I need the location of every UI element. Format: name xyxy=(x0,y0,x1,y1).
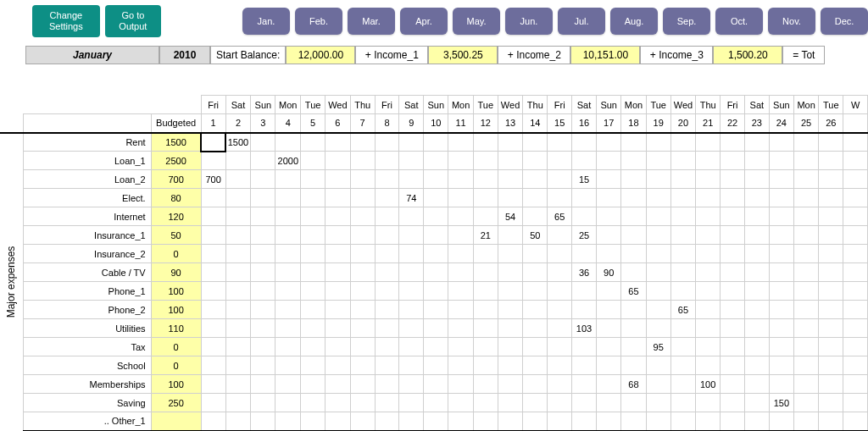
data-cell[interactable] xyxy=(251,301,275,319)
data-cell[interactable] xyxy=(448,226,473,245)
data-cell[interactable] xyxy=(646,245,670,263)
data-cell[interactable] xyxy=(326,319,350,338)
data-cell[interactable] xyxy=(399,375,424,394)
data-cell[interactable] xyxy=(473,282,498,301)
data-cell[interactable] xyxy=(548,394,572,412)
data-cell[interactable] xyxy=(769,412,793,431)
data-cell[interactable] xyxy=(597,394,621,412)
data-cell[interactable] xyxy=(670,282,695,301)
data-cell[interactable] xyxy=(301,226,326,245)
data-cell[interactable] xyxy=(350,263,375,282)
data-cell[interactable] xyxy=(251,226,275,245)
data-cell[interactable] xyxy=(843,338,868,356)
data-cell[interactable] xyxy=(819,170,843,189)
data-cell[interactable] xyxy=(670,207,695,226)
budget-cell[interactable]: 0 xyxy=(151,245,201,263)
data-cell[interactable] xyxy=(744,170,769,189)
data-cell[interactable] xyxy=(201,412,225,431)
data-cell[interactable] xyxy=(275,356,301,375)
data-cell[interactable] xyxy=(375,375,399,394)
data-cell[interactable] xyxy=(621,207,646,226)
data-cell[interactable] xyxy=(399,338,424,356)
data-cell[interactable] xyxy=(793,412,818,431)
data-cell[interactable] xyxy=(498,170,522,189)
data-cell[interactable] xyxy=(424,152,448,170)
data-cell[interactable] xyxy=(424,189,448,207)
data-cell[interactable] xyxy=(819,282,843,301)
data-cell[interactable] xyxy=(301,356,326,375)
data-cell[interactable] xyxy=(251,282,275,301)
data-cell[interactable] xyxy=(201,133,225,152)
data-cell[interactable] xyxy=(375,189,399,207)
data-cell[interactable] xyxy=(498,133,522,152)
data-cell[interactable] xyxy=(819,319,843,338)
data-cell[interactable] xyxy=(597,207,621,226)
data-cell[interactable] xyxy=(225,207,251,226)
data-cell[interactable] xyxy=(448,319,473,338)
data-cell[interactable] xyxy=(399,152,424,170)
month-button-oct[interactable]: Oct. xyxy=(715,8,763,35)
data-cell[interactable] xyxy=(275,301,301,319)
data-cell[interactable] xyxy=(225,412,251,431)
data-cell[interactable] xyxy=(548,338,572,356)
data-cell[interactable] xyxy=(225,263,251,282)
data-cell[interactable] xyxy=(597,319,621,338)
data-cell[interactable] xyxy=(621,301,646,319)
data-cell[interactable] xyxy=(597,375,621,394)
data-cell[interactable] xyxy=(424,412,448,431)
data-cell[interactable] xyxy=(523,338,548,356)
data-cell[interactable] xyxy=(621,152,646,170)
data-cell[interactable] xyxy=(301,189,326,207)
data-cell[interactable] xyxy=(646,170,670,189)
budget-cell[interactable]: 100 xyxy=(151,282,201,301)
data-cell[interactable] xyxy=(819,189,843,207)
data-cell[interactable] xyxy=(548,356,572,375)
data-cell[interactable] xyxy=(670,375,695,394)
data-cell[interactable] xyxy=(523,245,548,263)
data-cell[interactable] xyxy=(597,356,621,375)
data-cell[interactable] xyxy=(275,189,301,207)
data-cell[interactable] xyxy=(769,301,793,319)
data-cell[interactable] xyxy=(399,133,424,152)
data-cell[interactable] xyxy=(696,319,721,338)
data-cell[interactable] xyxy=(424,282,448,301)
data-cell[interactable] xyxy=(769,189,793,207)
data-cell[interactable] xyxy=(326,152,350,170)
month-button-dec[interactable]: Dec. xyxy=(821,8,868,35)
data-cell[interactable] xyxy=(301,263,326,282)
data-cell[interactable] xyxy=(793,170,818,189)
data-cell[interactable] xyxy=(819,375,843,394)
data-cell[interactable] xyxy=(621,338,646,356)
data-cell[interactable] xyxy=(793,394,818,412)
data-cell[interactable] xyxy=(225,338,251,356)
data-cell[interactable] xyxy=(473,207,498,226)
data-cell[interactable] xyxy=(201,394,225,412)
data-cell[interactable] xyxy=(744,207,769,226)
month-button-jun[interactable]: Jun. xyxy=(505,8,553,35)
data-cell[interactable] xyxy=(350,375,375,394)
data-cell[interactable] xyxy=(350,170,375,189)
data-cell[interactable] xyxy=(275,338,301,356)
data-cell[interactable] xyxy=(572,133,597,152)
data-cell[interactable] xyxy=(375,394,399,412)
data-cell[interactable] xyxy=(721,375,745,394)
data-cell[interactable] xyxy=(670,245,695,263)
data-cell[interactable] xyxy=(696,263,721,282)
data-cell[interactable] xyxy=(744,338,769,356)
data-cell[interactable] xyxy=(399,412,424,431)
data-cell[interactable] xyxy=(572,207,597,226)
data-cell[interactable] xyxy=(744,412,769,431)
data-cell[interactable] xyxy=(548,245,572,263)
data-cell[interactable] xyxy=(721,152,745,170)
data-cell[interactable] xyxy=(350,189,375,207)
data-cell[interactable] xyxy=(793,226,818,245)
data-cell[interactable] xyxy=(448,207,473,226)
data-cell[interactable] xyxy=(621,133,646,152)
data-cell[interactable] xyxy=(721,394,745,412)
data-cell[interactable] xyxy=(201,226,225,245)
data-cell[interactable] xyxy=(424,263,448,282)
data-cell[interactable] xyxy=(448,301,473,319)
data-cell[interactable] xyxy=(597,282,621,301)
data-cell[interactable] xyxy=(646,226,670,245)
data-cell[interactable] xyxy=(498,245,522,263)
